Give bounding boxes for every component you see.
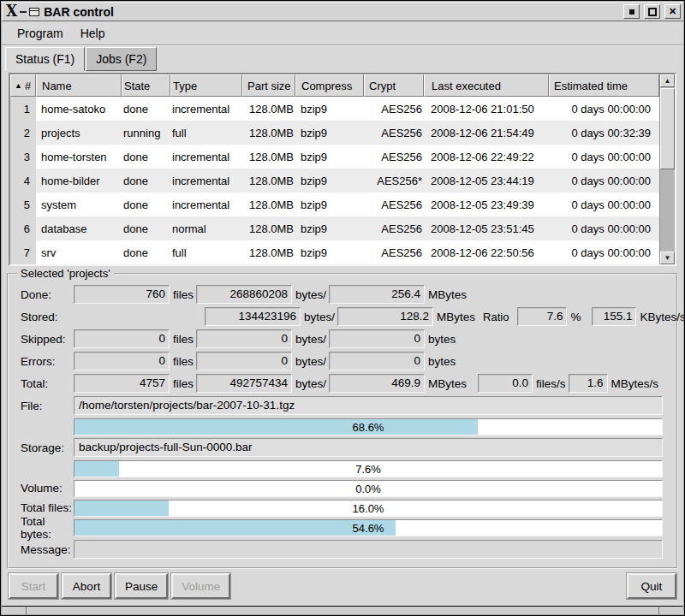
job-table-body: 1home-satokodoneincremental128.0MBbzip9A…: [10, 97, 659, 264]
menu-help[interactable]: Help: [72, 23, 114, 44]
file-progress-bar: 68.6%: [74, 418, 663, 435]
table-row[interactable]: 6databasedonenormal128.0MBbzip9AES256200…: [10, 216, 659, 240]
total-files-progress-bar: 16.0%: [74, 500, 663, 517]
table-cell: 0 days 00:00:00: [549, 97, 659, 121]
table-cell: 0 days 00:00:00: [549, 192, 659, 216]
volume-progress-bar: 0.0%: [74, 480, 663, 497]
app-window: X BAR control ✕ Program Help Status (F1)…: [0, 0, 685, 616]
table-cell: incremental: [170, 169, 242, 192]
total-mbytes-field: 469.9: [329, 374, 425, 393]
table-cell: running: [122, 121, 170, 145]
total-bytes-row: Total bytes: 54.6%: [21, 518, 668, 537]
table-cell: 6: [10, 216, 36, 240]
files-per-s-unit: files/s: [536, 377, 566, 390]
column-header-last-executed[interactable]: Last executed: [424, 74, 549, 97]
tab-status[interactable]: Status (F1): [5, 47, 85, 71]
storage-progress-bar: 7.6%: [74, 460, 663, 477]
table-cell: done: [122, 97, 170, 121]
quit-button[interactable]: Quit: [627, 573, 676, 599]
total-bytes-field: 492757434: [196, 374, 292, 393]
table-cell: AES256: [364, 240, 424, 264]
column-header-crypt[interactable]: Crypt: [364, 74, 424, 97]
vertical-scrollbar[interactable]: ▲ ▼: [659, 74, 675, 264]
table-row[interactable]: 2projectsrunningfull128.0MBbzip9AES25620…: [10, 121, 659, 145]
table-cell: 2008-12-05 23:49:39: [424, 192, 549, 216]
table-cell: 128.0MB: [242, 240, 295, 264]
bytes-unit: bytes: [428, 333, 456, 346]
stored-row: Stored: 134423196 bytes/ 128.2 MBytes Ra…: [21, 305, 668, 328]
total-mbytes-per-s-field: 1.6: [569, 374, 608, 393]
storage-progress-row: 7.6%: [21, 459, 668, 478]
table-cell: 0 days 00:00:00: [549, 216, 659, 240]
table-cell: AES256*: [364, 169, 424, 192]
table-cell: incremental: [170, 145, 242, 169]
scroll-down-icon: ▼: [664, 254, 671, 262]
scroll-up-icon: ▲: [664, 77, 671, 85]
table-row[interactable]: 7srvdonefull128.0MBbzip9AES2562008-12-06…: [10, 240, 659, 264]
storage-progress-text: 7.6%: [74, 461, 662, 477]
maximize-button[interactable]: [644, 4, 660, 19]
mbytes-per-s-unit: MBytes/s: [611, 377, 659, 390]
table-row[interactable]: 3home-torstendoneincremental128.0MBbzip9…: [10, 145, 659, 169]
skipped-label: Skipped:: [21, 333, 74, 346]
column-header-compress[interactable]: Compress: [295, 74, 364, 97]
scroll-up-button[interactable]: ▲: [660, 74, 675, 87]
table-cell: bzip9: [295, 145, 364, 169]
column-header-state[interactable]: State: [122, 74, 170, 97]
skipped-bytes-field: 0: [196, 329, 292, 348]
table-cell: bzip9: [295, 169, 364, 192]
column-header-part-size[interactable]: Part size: [242, 74, 295, 97]
message-row: Message:: [21, 537, 668, 561]
tab-bar: Status (F1) Jobs (F2): [2, 45, 683, 71]
titlebar-dash: [20, 11, 27, 13]
volume-label: Volume:: [21, 482, 74, 495]
column-header-name[interactable]: Name: [36, 74, 122, 97]
skipped-row: Skipped: 0 files 0 bytes/ 0 bytes: [21, 328, 668, 350]
table-cell: 128.0MB: [242, 121, 295, 145]
close-icon: ✕: [669, 6, 676, 17]
stored-bytes-field: 134423196: [205, 307, 301, 326]
bytes-unit: bytes: [428, 355, 456, 368]
table-cell: 128.0MB: [242, 97, 295, 121]
table-cell: system: [36, 192, 122, 216]
table-cell: 0 days 00:32:39: [549, 121, 659, 145]
table-row[interactable]: 1home-satokodoneincremental128.0MBbzip9A…: [10, 97, 659, 121]
tab-jobs[interactable]: Jobs (F2): [86, 47, 157, 71]
window-menu-icon[interactable]: [29, 8, 39, 16]
menu-program[interactable]: Program: [9, 23, 72, 44]
start-button[interactable]: Start: [9, 573, 58, 599]
bytes-slash-unit: bytes/: [295, 333, 326, 346]
pause-button[interactable]: Pause: [115, 573, 168, 599]
table-cell: 2: [10, 121, 36, 145]
table-cell: AES256: [364, 192, 424, 216]
scroll-down-button[interactable]: ▼: [660, 252, 675, 264]
total-files-progress-text: 16.0%: [74, 500, 662, 516]
scrollbar-thumb[interactable]: [660, 88, 675, 169]
scrollbar-trough[interactable]: [660, 169, 675, 252]
speed-field: 155.1: [592, 307, 636, 326]
table-row[interactable]: 5systemdoneincremental128.0MBbzip9AES256…: [10, 192, 659, 216]
volume-button[interactable]: Volume: [171, 573, 230, 599]
files-unit: files: [173, 288, 194, 301]
table-row[interactable]: 4home-bilderdoneincremental128.0MBbzip9A…: [10, 169, 659, 192]
message-field: [74, 540, 663, 559]
close-button[interactable]: ✕: [664, 4, 681, 19]
table-cell: bzip9: [295, 240, 364, 264]
window-resize-handle[interactable]: [2, 606, 683, 614]
abort-button[interactable]: Abort: [62, 573, 111, 599]
table-cell: normal: [170, 216, 242, 240]
percent-unit: %: [570, 311, 581, 323]
column-header-index[interactable]: ▲ #: [10, 74, 36, 97]
table-cell: 0 days 00:00:00: [549, 169, 659, 192]
button-bar: Start Abort Pause Volume Quit: [2, 569, 683, 604]
table-cell: done: [122, 169, 170, 192]
column-header-estimated-time[interactable]: Estimated time: [549, 74, 659, 97]
skipped-files-field: 0: [74, 329, 170, 348]
table-cell: database: [36, 216, 122, 240]
minimize-button[interactable]: [623, 4, 640, 19]
column-header-type[interactable]: Type: [170, 74, 242, 97]
table-cell: 128.0MB: [242, 192, 295, 216]
skipped-bytes2-field: 0: [329, 329, 425, 348]
table-cell: bzip9: [295, 216, 364, 240]
titlebar[interactable]: X BAR control ✕: [2, 2, 683, 21]
